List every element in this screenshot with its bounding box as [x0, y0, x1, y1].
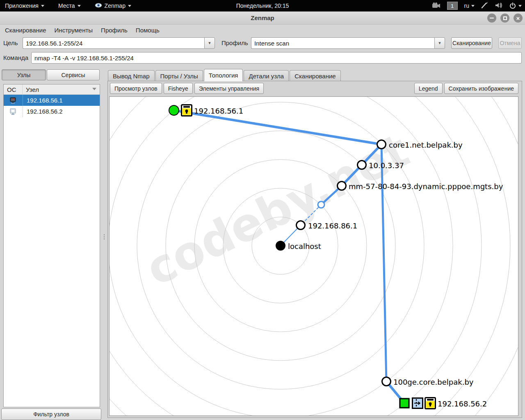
node-label: mm-57-80-84-93.dynamic.pppoe.mgts.by — [349, 182, 503, 191]
profile-combo: ▼ — [251, 37, 445, 49]
close-button[interactable]: × — [514, 14, 523, 23]
column-os[interactable]: ОС — [4, 84, 23, 94]
padlock-icon — [181, 104, 192, 118]
tab-nmap-output[interactable]: Вывод Nmap — [108, 70, 155, 81]
menu-scan[interactable]: Сканирование — [1, 25, 50, 35]
host-row[interactable]: 192.168.56.2 — [4, 106, 100, 117]
scan-button[interactable]: Сканирование — [451, 37, 492, 49]
os-windows-icon — [4, 97, 23, 104]
tab-scans[interactable]: Сканирование — [290, 70, 341, 81]
os-generic-icon — [4, 108, 23, 115]
host-row[interactable]: 192.168.56.1 — [4, 95, 100, 106]
profile-label: Профиль — [221, 39, 248, 46]
host-node-circle — [357, 160, 367, 170]
workspace-indicator[interactable]: 1 — [447, 2, 458, 10]
column-host-label: Узел — [26, 86, 39, 93]
command-input[interactable] — [31, 52, 522, 64]
node-label: 192.168.56.2 — [438, 399, 487, 408]
node-label: 192.168.56.1 — [194, 107, 243, 115]
command-toolbar: Команда — [0, 52, 525, 64]
host-row-label: 192.168.56.2 — [23, 106, 100, 117]
power-menu[interactable] — [509, 2, 522, 9]
legend-button[interactable]: Legend — [414, 83, 443, 94]
host-filter-button[interactable]: Фильтр узлов — [1, 409, 101, 420]
topology-node-192-168-56-1[interactable] — [169, 105, 179, 116]
traceroute-edges — [174, 110, 404, 403]
target-dropdown-button[interactable]: ▼ — [204, 37, 215, 49]
tab-topology[interactable]: Топология — [204, 69, 243, 81]
target-input[interactable] — [23, 37, 204, 49]
cancel-button[interactable]: Отмена — [498, 37, 522, 49]
close-icon: × — [516, 15, 520, 21]
screencast-icon[interactable] — [432, 2, 441, 9]
host-list-header: ОС Узел — [4, 84, 100, 95]
profile-input[interactable] — [251, 37, 434, 49]
node-label: localhost — [288, 242, 321, 251]
padlock-icon — [425, 397, 436, 411]
menu-tools[interactable]: Инструменты — [50, 25, 97, 35]
hosts-toggle-button[interactable]: Узлы — [2, 69, 46, 80]
localhost-node-circle — [276, 241, 285, 251]
topology-node-core1[interactable] — [377, 139, 386, 149]
topology-node-mm-57[interactable] — [337, 181, 347, 191]
topology-node-192-168-86-1[interactable] — [296, 220, 306, 230]
controls-button[interactable]: Элементы управления — [194, 83, 264, 94]
profile-dropdown-button[interactable]: ▼ — [434, 37, 445, 49]
host-node-circle — [381, 377, 391, 386]
tablet-pen-icon[interactable] — [481, 2, 488, 10]
topology-node-100ge[interactable] — [381, 377, 391, 386]
hop-node-circle — [317, 201, 325, 209]
chevron-down-icon — [518, 5, 522, 7]
topology-node-10-0-3-37[interactable] — [357, 160, 367, 170]
firewall-icon — [412, 397, 423, 411]
host-node-green-circle — [169, 105, 179, 116]
topology-node-unknown-hop[interactable] — [317, 201, 325, 209]
menu-help[interactable]: Помощь — [132, 25, 164, 35]
host-node-circle — [377, 139, 386, 149]
node-label: 10.0.3.37 — [369, 161, 404, 170]
fisheye-button[interactable]: Fisheye — [164, 83, 193, 94]
target-label: Цель — [3, 39, 18, 46]
host-list: ОС Узел 192.168.56.1 192.168.56.2 — [3, 84, 100, 407]
menu-profile[interactable]: Профиль — [97, 25, 132, 35]
maximize-icon — [503, 16, 507, 20]
topology-canvas[interactable]: codeby.net 192.168.56.1 core1.net.bel — [109, 96, 518, 416]
topology-node-192-168-56-2[interactable] — [399, 398, 410, 409]
desktop-panel: Приложения Места Zenmap Понедельник, 20:… — [0, 0, 525, 11]
menubar: Сканирование Инструменты Профиль Помощь — [0, 25, 525, 36]
sort-desc-icon — [92, 88, 96, 90]
minimize-button[interactable] — [487, 14, 496, 23]
host-row-label: 192.168.56.1 — [23, 95, 100, 106]
scan-toolbar: Цель ▼ Профиль ▼ Сканирование Отмена — [0, 37, 525, 49]
host-node-circle — [337, 181, 347, 191]
tab-ports-hosts[interactable]: Порты / Узлы — [155, 70, 203, 81]
window-title: Zenmap — [0, 14, 525, 21]
volume-icon[interactable] — [495, 2, 503, 10]
host-node-circle — [296, 220, 306, 230]
node-label: core1.net.belpak.by — [389, 141, 463, 149]
keyboard-layout-label: ru — [464, 2, 469, 9]
window-titlebar[interactable]: Zenmap × — [0, 11, 525, 25]
router-node-green-square — [399, 398, 410, 409]
keyboard-layout-menu[interactable]: ru — [464, 2, 475, 9]
services-toggle-button[interactable]: Сервисы — [47, 69, 100, 80]
maximize-button[interactable] — [500, 14, 509, 23]
topology-node-localhost[interactable] — [276, 241, 285, 251]
column-host[interactable]: Узел — [23, 84, 100, 94]
hosts-viewer-button[interactable]: Просмотр узлов — [110, 83, 162, 94]
tab-host-details[interactable]: Детали узла — [244, 70, 289, 81]
result-tabs: Вывод Nmap Порты / Узлы Топология Детали… — [108, 69, 342, 81]
save-image-button[interactable]: Сохранить изображение — [444, 83, 518, 94]
node-label: 192.168.86.1 — [308, 221, 357, 230]
node-label: 100ge.core.belpak.by — [393, 378, 473, 386]
chevron-down-icon — [471, 5, 475, 7]
minimize-icon — [490, 18, 494, 18]
command-label: Команда — [3, 54, 28, 61]
target-combo: ▼ — [23, 37, 215, 49]
splitter-grip-icon — [103, 234, 105, 240]
pane-splitter[interactable] — [101, 68, 107, 420]
